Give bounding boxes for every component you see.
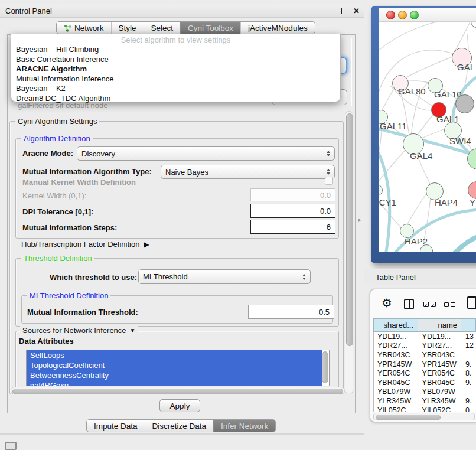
tab-impute-data-label: Impute Data: [94, 422, 138, 431]
tab-impute-data[interactable]: Impute Data: [87, 420, 145, 432]
cell-shared-name: YER054C: [374, 369, 419, 377]
tab-discretize-data[interactable]: Discretize Data: [145, 420, 214, 432]
algorithm-definition-title: Algorithm Definition: [21, 134, 93, 143]
apply-button[interactable]: Apply: [159, 399, 200, 412]
algorithm-dropdown-popup: Select algorithm to view settings Bayesi…: [11, 34, 341, 102]
show-columns-icon[interactable]: ✓✓: [423, 302, 436, 307]
settings-hscrollbar-thumb[interactable]: [12, 389, 343, 394]
cell-name: YBR043C: [419, 351, 462, 359]
algorithm-option[interactable]: Bayesian – K2: [11, 84, 340, 94]
close-panel-icon[interactable]: ✕: [353, 7, 360, 15]
collapsed-panel-icon[interactable]: [5, 442, 17, 450]
node-label: GAL11: [380, 121, 407, 131]
table-row[interactable]: YBR043CYBR043C: [374, 350, 476, 360]
tab-network[interactable]: Network: [57, 22, 111, 34]
sources-toggle[interactable]: Sources for Network Inference ▼: [20, 326, 138, 335]
data-attributes-list: SelfLoops TopologicalCoefficient Between…: [26, 350, 330, 386]
settings-group-title: Cyni Algorithm Settings: [15, 117, 99, 126]
settings-vscrollbar-thumb[interactable]: [346, 113, 353, 346]
float-window-icon[interactable]: [341, 8, 348, 14]
cell-value: 9.: [462, 379, 476, 387]
gear-icon[interactable]: ⚙: [382, 297, 392, 309]
node-label: HAP4: [435, 197, 458, 207]
attribute-item[interactable]: TopologicalCoefficient: [27, 360, 322, 370]
algorithm-option[interactable]: Mutual Information Inference: [11, 74, 340, 84]
node-label: SWI4: [449, 136, 471, 146]
mi-threshold-group-title: MI Threshold Definition: [27, 291, 110, 300]
hub-definition-label: Hub/Transcription Factor Definition: [21, 240, 139, 249]
dpi-tolerance-input[interactable]: 0.0: [250, 204, 335, 218]
mi-type-select[interactable]: Naive Bayes: [161, 165, 335, 179]
column-header-partial[interactable]: [461, 318, 476, 332]
settings-vscrollbar[interactable]: [345, 111, 353, 394]
zoom-window-icon[interactable]: [410, 11, 419, 19]
close-window-icon[interactable]: [386, 11, 395, 19]
column-header-name[interactable]: name: [418, 318, 462, 332]
table-row[interactable]: YLR345WYLR345W9.: [374, 396, 476, 406]
tab-jactivemnodules[interactable]: jActiveMNodules: [240, 22, 315, 34]
table-row[interactable]: YBL079WYBL079W: [374, 387, 476, 397]
settings-hscrollbar[interactable]: [11, 387, 345, 394]
tab-infer-network-label: Infer Network: [221, 422, 268, 431]
hub-definition-toggle[interactable]: Hub/Transcription Factor Definition ▶: [21, 240, 149, 249]
node-label: GAL: [457, 62, 475, 72]
column-header-shared-name[interactable]: shared...: [373, 318, 418, 332]
splitter-arrow-icon[interactable]: [358, 218, 361, 223]
cell-value: 13: [462, 332, 476, 341]
which-threshold-select[interactable]: MI Threshold: [138, 269, 311, 284]
list-scrollbar-thumb[interactable]: [322, 351, 328, 383]
network-canvas[interactable]: GAL GAL80 GAL10 GAL1 GAL11 SWI4 GAL4 GCY…: [379, 22, 476, 252]
which-threshold-value: MI Threshold: [143, 272, 188, 281]
attribute-item[interactable]: gal4RGexp: [27, 380, 322, 386]
chevron-right-icon: ▶: [144, 240, 149, 249]
algorithm-option-selected[interactable]: ARACNE Algorithm: [11, 64, 340, 74]
network-window-titlebar[interactable]: [379, 8, 476, 22]
tab-cyni-toolbox-label: Cyni Toolbox: [188, 24, 233, 32]
attribute-item[interactable]: SelfLoops: [27, 350, 322, 360]
table-panel-title: Table Panel: [376, 273, 416, 282]
threshold-group-title: Threshold Definition: [21, 254, 94, 263]
file-icon[interactable]: [467, 296, 476, 309]
algorithm-option[interactable]: Dream8 DC_TDC Algorithm: [11, 94, 340, 104]
table-panel-titlebar: Table Panel: [364, 269, 476, 285]
mi-threshold-input[interactable]: 0.5: [248, 305, 334, 319]
mi-steps-label: Mutual Information Steps:: [22, 223, 117, 232]
split-table-icon[interactable]: [404, 299, 414, 309]
tab-jactivemnodules-label: jActiveMNodules: [248, 24, 308, 32]
tab-select-label: Select: [151, 24, 174, 32]
table-hscrollbar[interactable]: [373, 413, 475, 420]
table-row[interactable]: YPR145WYPR145W9.: [374, 360, 476, 369]
minimize-window-icon[interactable]: [398, 11, 407, 19]
control-panel-title: Control Panel: [5, 6, 52, 15]
attribute-item[interactable]: BetweennessCentrality: [27, 370, 322, 380]
table-hscrollbar-thumb[interactable]: [376, 415, 441, 420]
table-row[interactable]: YDL19...YDL19...13: [374, 332, 476, 341]
tab-infer-network[interactable]: Infer Network: [213, 420, 275, 432]
algorithm-option[interactable]: Bayesian – Hill Climbing: [11, 45, 340, 55]
table-row[interactable]: YER054CYER054C8.: [374, 369, 476, 378]
hide-columns-icon[interactable]: [444, 302, 455, 307]
mi-steps-input[interactable]: 6: [250, 220, 335, 234]
network-node[interactable]: [455, 94, 474, 113]
kernel-width-input[interactable]: 0.0: [250, 188, 335, 201]
control-panel-titlebar: Control Panel: [0, 5, 364, 18]
aracne-mode-select[interactable]: Discovery: [77, 146, 335, 161]
tab-cyni-toolbox[interactable]: Cyni Toolbox: [180, 22, 240, 34]
table-row[interactable]: YDR27...YDR27...12: [374, 341, 476, 351]
sources-title: Sources for Network Inference: [22, 326, 126, 335]
table-row[interactable]: YBR045CYBR045C9.: [374, 378, 476, 387]
mi-type-label: Mutual Information Algorithm Type:: [22, 167, 152, 176]
cell-name: YLR345W: [419, 397, 462, 405]
manual-kernel-checkbox[interactable]: [325, 177, 333, 185]
algorithm-option[interactable]: Basic Correlation Inference: [11, 55, 340, 65]
tab-discretize-data-label: Discretize Data: [152, 422, 207, 431]
kernel-width-label: Kernel Width (0,1):: [22, 191, 86, 200]
table-row[interactable]: YIL052CYIL052C0.: [374, 406, 476, 412]
which-threshold-label: Which threshold to use:: [50, 273, 137, 282]
data-attributes-label: Data Attributes: [19, 337, 74, 345]
cell-name: YIL052C: [419, 406, 462, 412]
cyni-bottom-tabbar: Impute Data Discretize Data Infer Networ…: [86, 419, 276, 432]
hidden-groupbox-edge: [351, 38, 351, 106]
tab-style[interactable]: Style: [111, 22, 144, 34]
tab-select[interactable]: Select: [144, 22, 181, 34]
